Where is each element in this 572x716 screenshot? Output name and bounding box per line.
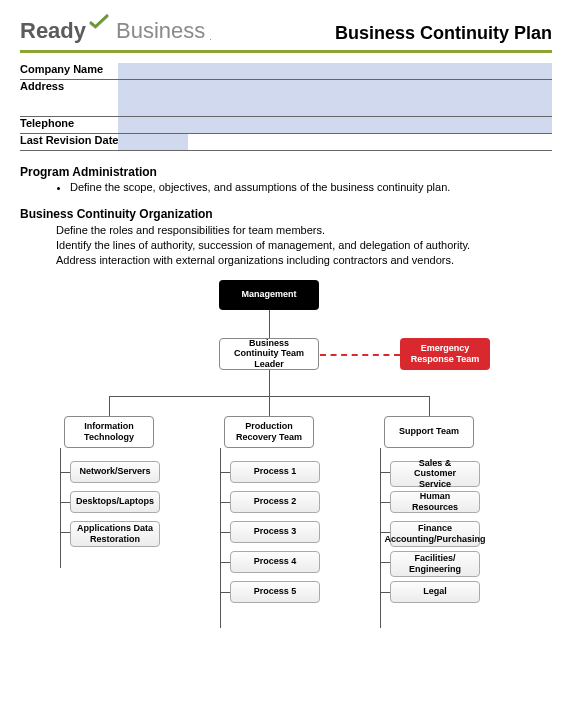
conn [109,396,110,416]
conn [60,472,70,473]
org-col2-item: Process 3 [230,521,320,543]
revision-label: Last Revision Date [20,134,118,151]
company-label: Company Name [20,63,118,80]
conn [220,562,230,563]
conn [380,592,390,593]
section2-line3: Address interaction with external organi… [56,253,552,268]
form-table: Company Name Address Telephone Last Revi… [20,63,552,151]
revision-input[interactable] [118,134,188,150]
telephone-input[interactable] [118,117,552,133]
org-col1-item: Network/Servers [70,461,160,483]
org-col2-item: Process 5 [230,581,320,603]
org-chart: Management Business Continuity Team Lead… [20,280,552,660]
conn [269,370,270,396]
org-col2-item: Process 4 [230,551,320,573]
section1-bullets: Define the scope, objectives, and assump… [56,181,552,193]
logo-business: Business [116,18,205,44]
logo: Ready Business . [20,18,212,44]
section1-bullet1: Define the scope, objectives, and assump… [70,181,552,193]
conn [220,532,230,533]
conn [220,592,230,593]
logo-ready: Ready [20,18,86,44]
conn [429,396,430,416]
conn [60,502,70,503]
page-title: Business Continuity Plan [335,23,552,44]
org-col1-item: Desktops/Laptops [70,491,160,513]
org-col3-item: Human Resources [390,491,480,513]
divider [20,50,552,53]
conn [60,532,70,533]
org-col3-item: Facilities/ Engineering [390,551,480,577]
org-col2-item: Process 1 [230,461,320,483]
org-management: Management [219,280,319,310]
conn [269,310,270,338]
conn [380,448,381,628]
org-col3-item: Sales & Customer Service [390,461,480,487]
dashed-conn [320,354,400,356]
telephone-label: Telephone [20,117,118,134]
header: Ready Business . Business Continuity Pla… [20,18,552,44]
address-label: Address [20,80,118,117]
conn [269,396,270,416]
logo-period: . [209,32,212,42]
conn [220,502,230,503]
company-input[interactable] [118,63,552,79]
conn [60,448,61,568]
org-col1-item: Applications Data Restoration [70,521,160,547]
conn [380,472,390,473]
org-col1-head: Information Technology [64,416,154,448]
conn [380,502,390,503]
checkmark-icon [88,14,110,30]
org-ert: Emergency Response Team [400,338,490,370]
section2-line1: Define the roles and responsibilities fo… [56,223,552,238]
section2-title: Business Continuity Organization [20,207,552,221]
conn [220,472,230,473]
org-bctl: Business Continuity Team Leader [219,338,319,370]
address-input[interactable] [118,80,552,116]
section2-line2: Identify the lines of authority, success… [56,238,552,253]
org-col3-item: Legal [390,581,480,603]
conn [220,448,221,628]
section1-title: Program Administration [20,165,552,179]
org-col3-item: Finance Accounting/Purchasing [390,521,480,547]
conn [380,562,390,563]
org-col2-head: Production Recovery Team [224,416,314,448]
org-col3-head: Support Team [384,416,474,448]
org-col2-item: Process 2 [230,491,320,513]
